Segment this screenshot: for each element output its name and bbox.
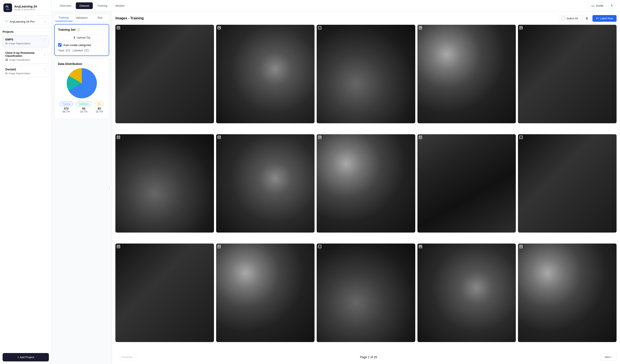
- add-project-button[interactable]: + Add Project: [2, 353, 49, 362]
- images-header: Images - Training Select All 🗑 🏷 Label N…: [115, 15, 617, 22]
- previous-button[interactable]: ‹ Previous: [115, 353, 137, 361]
- totals-row: Total: 372 Labeled: 372: [58, 49, 105, 52]
- image-card[interactable]: 923cab32ee.pngLabeled: [317, 243, 415, 342]
- pagination: ‹ Previous Page 1 of 25 Next ›: [115, 353, 617, 361]
- guide-button[interactable]: 📖 Guide: [588, 2, 607, 9]
- image-checkbox[interactable]: [519, 245, 523, 248]
- image-card[interactable]: (c)99eb4bad25.pngLabeled: [418, 134, 516, 233]
- projects-section: Projects EMPS ⋮ ⊞ Image Segmentation Che…: [0, 28, 51, 350]
- test-count: 93: [98, 107, 101, 110]
- tab-overview[interactable]: Overview: [56, 2, 75, 9]
- image-checkbox[interactable]: [519, 136, 523, 139]
- image-checkbox[interactable]: [419, 136, 422, 139]
- label-now-button[interactable]: 🏷 Label Now: [592, 15, 617, 22]
- image-checkbox[interactable]: [419, 245, 422, 248]
- project-type: 🖼 Image Classification: [5, 58, 46, 61]
- training-set-card: Training Set i ⬆ Upload Zip Auto create …: [54, 24, 109, 56]
- project-item-chest[interactable]: Chest X-ray Pneumonia Classification ⋮ 🖼…: [2, 49, 49, 64]
- select-all-checkbox: [562, 16, 565, 20]
- workspace-name: AnyLearning 24 Pro: [10, 20, 34, 23]
- tag-icon: 🏷: [596, 17, 599, 20]
- app-header: AL .NRL AnyLearning 24 Smart & Secured A…: [0, 0, 51, 16]
- project-name: Chest X-ray Pneumonia Classification: [5, 51, 43, 58]
- delete-button[interactable]: 🗑: [583, 15, 591, 22]
- sub-tab-training[interactable]: Training: [54, 14, 73, 21]
- image-checkbox[interactable]: [117, 26, 120, 30]
- image-card[interactable]: (c)a492171fa8.pngLabeled: [115, 134, 214, 233]
- image-checkbox[interactable]: [117, 245, 120, 248]
- image-checkbox[interactable]: [117, 136, 120, 139]
- refresh-button[interactable]: ↻: [608, 2, 616, 9]
- projects-title: Projects: [2, 30, 49, 33]
- chart-legend: Training 372 66.7% Validation 93 16.7% T…: [58, 102, 106, 113]
- training-count: 372: [64, 107, 69, 110]
- image-card[interactable]: (d)1cb46bfdd5.pngLabeled: [317, 134, 415, 233]
- upload-zip-button[interactable]: ⬆ Upload Zip: [58, 34, 105, 41]
- images-title: Images - Training: [115, 16, 144, 20]
- image-checkbox[interactable]: [217, 136, 221, 139]
- select-all-button[interactable]: Select All: [558, 15, 581, 22]
- images-grid: (c)7a48f5b4d5.pngLabeled(a)aa968ec1b2.pn…: [115, 25, 617, 351]
- auto-create-row: Auto create categories: [58, 43, 105, 47]
- project-item-dentail[interactable]: Dentail1 ⋮ ⊞ Image Segmentation: [2, 65, 49, 77]
- sidebar: AL .NRL AnyLearning 24 Smart & Secured A…: [0, 0, 52, 364]
- auto-create-checkbox[interactable]: [58, 43, 62, 47]
- top-actions: 📖 Guide ↻: [588, 2, 616, 9]
- shield-icon: 🛡: [5, 20, 8, 23]
- image-checkbox[interactable]: [419, 26, 422, 30]
- image-card[interactable]: (b)e853d120fa.pngLabeled: [418, 243, 516, 342]
- image-card[interactable]: (b)7c5501d292.pngLabeled: [418, 25, 516, 123]
- tab-training[interactable]: Training: [94, 2, 111, 9]
- validation-pct: 16.7%: [80, 110, 87, 113]
- project-item-emps[interactable]: EMPS ⋮ ⊞ Image Segmentation: [2, 35, 49, 47]
- sub-tab-test[interactable]: Test: [91, 14, 109, 21]
- image-checkbox[interactable]: [318, 136, 321, 139]
- image-checkbox[interactable]: [318, 245, 321, 248]
- sub-tab-validation[interactable]: Validation: [73, 14, 91, 21]
- image-checkbox[interactable]: [217, 26, 221, 30]
- image-checkbox[interactable]: [217, 245, 221, 248]
- image-card[interactable]: (c)296a52bf09.pngLabeled: [216, 134, 315, 233]
- chevron-left-icon: ‹: [120, 355, 120, 359]
- left-panel: Training Validation Test Training Set i …: [52, 11, 112, 364]
- collapse-sidebar-button[interactable]: ‹: [107, 185, 112, 190]
- workspace-menu-icon[interactable]: ⋮: [44, 20, 46, 23]
- main-area: Overview Dataset Training Models 📖 Guide…: [52, 0, 620, 364]
- book-icon: 📖: [591, 4, 595, 7]
- legend-training: Training 372 66.7%: [60, 102, 73, 113]
- image-card[interactable]: (c)7a48f5b4d5.pngLabeled: [115, 25, 214, 123]
- top-navigation: Overview Dataset Training Models 📖 Guide…: [52, 0, 620, 11]
- training-badge: Training: [60, 102, 73, 106]
- chevron-right-icon: ›: [612, 355, 612, 359]
- tab-models[interactable]: Models: [112, 2, 128, 9]
- test-pct: 16.7%: [95, 110, 103, 113]
- tab-dataset[interactable]: Dataset: [76, 2, 93, 9]
- image-card[interactable]: (c)f7f7093f0f.pngLabeled: [115, 243, 214, 342]
- app-info: AnyLearning 24 Smart & Secured AI: [14, 5, 37, 11]
- project-type: ⊞ Image Segmentation: [5, 42, 46, 45]
- project-name: Dentail1: [5, 68, 16, 71]
- images-actions: Select All 🗑 🏷 Label Now: [558, 15, 617, 22]
- image-card[interactable]: (c)62e729e838.pngLabeled: [518, 25, 617, 123]
- workspace-section: 🛡 AnyLearning 24 Pro ⋮: [0, 16, 51, 28]
- project-menu-icon[interactable]: ⋮: [43, 53, 46, 56]
- segmentation-icon: ⊞: [5, 42, 8, 45]
- upload-icon: ⬆: [73, 36, 76, 39]
- pie-chart: [67, 68, 97, 98]
- training-set-title: Training Set i: [58, 28, 105, 31]
- workspace-button[interactable]: 🛡 AnyLearning 24 Pro ⋮: [2, 18, 49, 25]
- image-card[interactable]: (c)434e287439.pngLabeled: [518, 243, 617, 342]
- image-checkbox[interactable]: [519, 26, 523, 30]
- project-type: ⊞ Image Segmentation: [5, 72, 46, 75]
- image-card[interactable]: (c)a68915823c.pngLabeled: [216, 243, 315, 342]
- project-menu-icon[interactable]: ⋮: [43, 68, 46, 71]
- distribution-card: Data Distribution Training 372 66.7% Val…: [54, 59, 109, 119]
- image-card[interactable]: 671b7c8831.pngLabeled: [518, 134, 617, 233]
- image-card[interactable]: 9c9d1af243.pngLabeled: [317, 25, 415, 123]
- pie-chart-container: [58, 68, 106, 98]
- image-checkbox[interactable]: [318, 26, 321, 30]
- image-card[interactable]: (a)aa968ec1b2.pngLabeled: [216, 25, 315, 123]
- next-button[interactable]: Next ›: [601, 353, 617, 361]
- project-menu-icon[interactable]: ⋮: [43, 38, 46, 41]
- app-name: AnyLearning 24: [14, 5, 37, 8]
